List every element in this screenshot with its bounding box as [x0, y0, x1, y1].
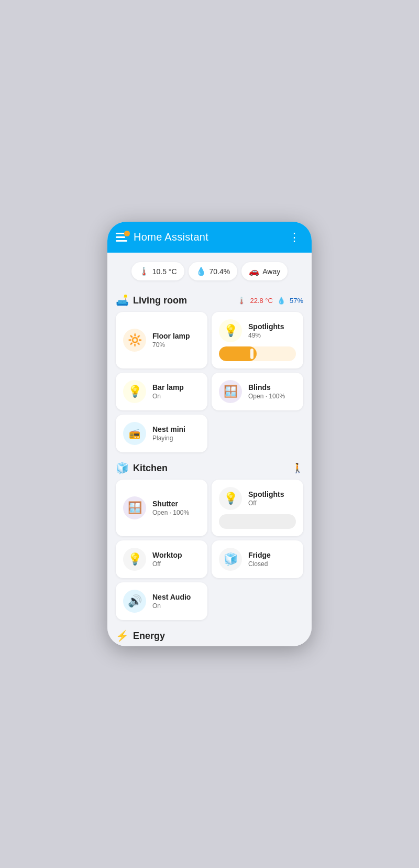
spotlights-lr-top: 💡 Spotlights 49%	[219, 319, 296, 342]
temperature-pill[interactable]: 🌡️ 10.5 °C	[131, 262, 184, 280]
nest-audio-name: Nest Audio	[152, 593, 191, 601]
bar-lamp-status: On	[152, 393, 184, 400]
floor-lamp-icon: 🔆	[123, 329, 146, 352]
energy-title: Energy	[133, 631, 165, 642]
living-room-header: 🛋️ Living room 🌡️ 22.8 °C 💧 57%	[107, 285, 312, 312]
fridge-info: Fridge Closed	[248, 551, 271, 568]
living-room-title: Living room	[133, 295, 187, 306]
floor-lamp-card[interactable]: 🔆 Floor lamp 70%	[116, 312, 207, 368]
menu-button[interactable]	[116, 233, 127, 242]
blinds-name: Blinds	[248, 383, 285, 392]
more-options-button[interactable]: ⋮	[286, 232, 303, 243]
spotlights-lr-card[interactable]: 💡 Spotlights 49%	[212, 312, 303, 368]
worktop-name: Worktop	[152, 551, 182, 559]
spotlights-k-card[interactable]: 💡 Spotlights Off	[212, 480, 303, 536]
spotlights-lr-status: 49%	[248, 332, 284, 339]
drop-icon: 💧	[277, 297, 285, 305]
humidity-value: 70.4%	[210, 267, 230, 276]
blinds-card[interactable]: 🪟 Blinds Open · 100%	[212, 373, 303, 410]
spotlights-k-name: Spotlights	[248, 490, 284, 498]
spotlights-lr-slider[interactable]	[219, 346, 296, 361]
spotlights-k-icon: 💡	[219, 487, 242, 510]
nest-mini-info: Nest mini Playing	[152, 425, 185, 442]
kitchen-title: Kitchen	[133, 463, 168, 474]
worktop-icon: 💡	[123, 548, 146, 571]
living-room-title-left: 🛋️ Living room	[116, 294, 187, 307]
energy-title-left: ⚡ Energy	[116, 630, 165, 642]
spotlights-lr-info: Spotlights 49%	[248, 322, 284, 339]
floor-lamp-name: Floor lamp	[152, 332, 190, 340]
fridge-icon: 🧊	[219, 548, 242, 571]
nest-mini-card[interactable]: 📻 Nest mini Playing	[116, 415, 207, 452]
thermometer-icon: 🌡️	[139, 266, 149, 276]
spotlights-lr-icon: 💡	[219, 319, 242, 342]
shutter-name: Shutter	[152, 500, 189, 508]
living-room-humidity: 57%	[290, 297, 303, 305]
kitchen-header: 🧊 Kitchen 🚶	[107, 452, 312, 480]
nest-mini-status: Playing	[152, 435, 185, 442]
spotlights-k-slider[interactable]	[219, 514, 296, 529]
spotlights-k-status: Off	[248, 500, 284, 507]
shutter-icon: 🪟	[123, 496, 146, 519]
spotlights-k-info: Spotlights Off	[248, 490, 284, 507]
fridge-card[interactable]: 🧊 Fridge Closed	[212, 540, 303, 578]
energy-header: ⚡ Energy	[107, 620, 312, 646]
sofa-icon: 🛋️	[116, 294, 129, 307]
humidity-pill[interactable]: 💧 70.4%	[189, 262, 238, 280]
worktop-info: Worktop Off	[152, 551, 182, 568]
energy-icon: ⚡	[116, 630, 129, 642]
bar-lamp-info: Bar lamp On	[152, 383, 184, 400]
worktop-card[interactable]: 💡 Worktop Off	[116, 540, 207, 578]
kitchen-icon: 🧊	[116, 462, 129, 474]
kitchen-grid: 🪟 Shutter Open · 100% 💡 Spotlights Off	[107, 480, 312, 620]
thermometer-icon: 🌡️	[237, 297, 246, 305]
fridge-name: Fridge	[248, 551, 271, 559]
floor-lamp-status: 70%	[152, 341, 190, 349]
shutter-status: Open · 100%	[152, 509, 189, 516]
car-icon: 🚗	[249, 266, 259, 276]
spotlights-lr-name: Spotlights	[248, 322, 284, 331]
kitchen-title-left: 🧊 Kitchen	[116, 462, 168, 474]
bar-lamp-icon: 💡	[123, 380, 146, 403]
slider-thumb	[250, 349, 253, 359]
status-bar: 🌡️ 10.5 °C 💧 70.4% 🚗 Away	[107, 253, 312, 285]
bar-lamp-card[interactable]: 💡 Bar lamp On	[116, 373, 207, 410]
spotlights-lr-fill	[219, 346, 257, 361]
worktop-status: Off	[152, 560, 182, 568]
app-header: Home Assistant ⋮	[107, 222, 312, 253]
mode-pill[interactable]: 🚗 Away	[241, 262, 288, 280]
nest-audio-status: On	[152, 602, 191, 610]
app-title: Home Assistant	[134, 231, 280, 243]
temperature-value: 10.5 °C	[152, 267, 177, 276]
nest-audio-card[interactable]: 🔊 Nest Audio On	[116, 582, 207, 620]
living-room-meta: 🌡️ 22.8 °C 💧 57%	[237, 297, 303, 305]
spotlights-k-top: 💡 Spotlights Off	[219, 487, 296, 510]
notification-dot	[124, 231, 130, 236]
floor-lamp-info: Floor lamp 70%	[152, 332, 190, 349]
blinds-status: Open · 100%	[248, 393, 285, 400]
shutter-card[interactable]: 🪟 Shutter Open · 100%	[116, 480, 207, 536]
nest-mini-name: Nest mini	[152, 425, 185, 433]
blinds-icon: 🪟	[219, 380, 242, 403]
living-room-grid: 🔆 Floor lamp 70% 💡 Spotlights 49%	[107, 312, 312, 452]
scroll-content: 🌡️ 10.5 °C 💧 70.4% 🚗 Away 🛋️ Living room…	[107, 253, 312, 646]
bar-lamp-name: Bar lamp	[152, 383, 184, 392]
nest-audio-info: Nest Audio On	[152, 593, 191, 610]
humidity-icon: 💧	[196, 266, 206, 276]
fridge-status: Closed	[248, 560, 271, 568]
blinds-info: Blinds Open · 100%	[248, 383, 285, 400]
nest-mini-icon: 📻	[123, 422, 146, 445]
mode-value: Away	[262, 267, 280, 276]
living-room-temp: 22.8 °C	[250, 297, 273, 305]
shutter-info: Shutter Open · 100%	[152, 500, 189, 516]
nest-audio-icon: 🔊	[123, 590, 146, 613]
kitchen-extra-icon: 🚶	[292, 462, 303, 474]
